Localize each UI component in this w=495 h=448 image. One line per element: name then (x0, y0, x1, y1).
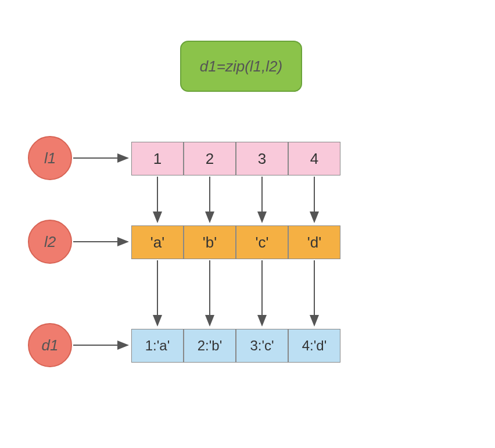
d1-cell: 1:'a' (131, 329, 184, 363)
l1-row: 1 2 3 4 (131, 142, 340, 175)
l2-label: l2 (44, 233, 56, 251)
zip-title-text: d1=zip(l1,l2) (200, 58, 282, 76)
d1-circle: d1 (28, 323, 72, 367)
zip-title-box: d1=zip(l1,l2) (180, 41, 302, 92)
d1-cell: 3:'c' (236, 329, 288, 363)
l1-circle: l1 (28, 136, 72, 180)
l2-cell: 'd' (288, 225, 340, 259)
l2-cell: 'a' (131, 225, 184, 259)
d1-row: 1:'a' 2:'b' 3:'c' 4:'d' (131, 329, 340, 363)
d1-label: d1 (42, 336, 59, 354)
l1-label: l1 (44, 149, 56, 167)
l1-cell: 3 (236, 142, 288, 175)
l2-circle: l2 (28, 220, 72, 264)
l1-cell: 2 (184, 142, 236, 175)
l2-cell: 'b' (184, 225, 236, 259)
l2-row: 'a' 'b' 'c' 'd' (131, 225, 340, 259)
d1-cell: 2:'b' (184, 329, 236, 363)
l2-cell: 'c' (236, 225, 288, 259)
l1-cell: 1 (131, 142, 184, 175)
d1-cell: 4:'d' (288, 329, 340, 363)
l1-cell: 4 (288, 142, 340, 175)
